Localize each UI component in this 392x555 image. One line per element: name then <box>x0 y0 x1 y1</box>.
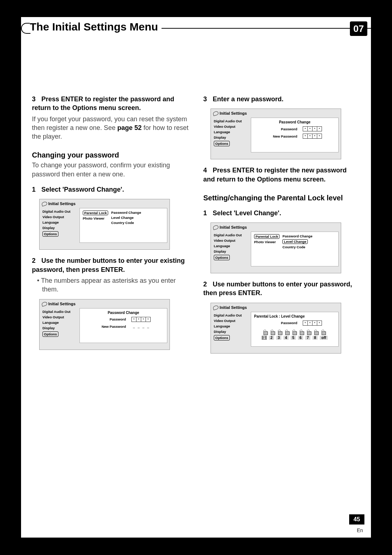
ui-sidebar: Digital Audio Out Video Output Language … <box>211 231 251 267</box>
step-2-left: 2Use the number buttons to enter your ex… <box>32 256 189 274</box>
sidebar-language: Language <box>42 220 77 225</box>
step-4-text: Press ENTER to register the new password… <box>203 167 347 183</box>
forgot-text: If you forget your password, you can res… <box>32 115 189 141</box>
right-column: 3Enter a new password. Initial Settings … <box>203 88 360 356</box>
pw-label: Password <box>96 317 126 321</box>
section-parental-lock: Setting/changing the Parental Lock level <box>203 194 360 202</box>
sidebar-item: Video Output <box>213 318 249 323</box>
pw-cells-empty <box>132 324 151 329</box>
chapter-title: The Initial Settings Menu <box>30 21 162 33</box>
level-2: 2 <box>269 336 274 340</box>
ui-title: Initial Settings <box>211 223 341 231</box>
sidebar-item: Language <box>213 129 249 135</box>
step-3-right: 3Enter a new password. <box>203 95 360 103</box>
ui-title: Initial Settings <box>211 303 341 311</box>
pw-header: Password Change <box>279 120 311 124</box>
menu-photo-viewer: Photo Viewer <box>254 240 279 244</box>
level-8: 8 <box>313 336 318 340</box>
sidebar-item: Digital Audio Out <box>213 313 249 318</box>
manual-page: The Initial Settings Menu 07 3Press ENTE… <box>21 17 371 538</box>
step-4-right: 4Press ENTER to register the new passwor… <box>203 166 360 184</box>
sidebar-item: Digital Audio Out <box>42 309 77 314</box>
menu-level-change: Level Change <box>111 216 141 220</box>
menu-parental-lock: Parental Lock <box>83 211 108 215</box>
newpw-label: New Password <box>96 325 126 328</box>
sidebar-options-selected: Options <box>42 231 58 237</box>
chapter-number: 07 <box>350 21 367 36</box>
change-desc: To change your password, confirm your ex… <box>32 161 189 179</box>
sidebar-digital-audio: Digital Audio Out <box>42 209 77 214</box>
sidebar-item: Language <box>213 323 249 329</box>
sidebar-item: Digital Audio Out <box>213 118 249 124</box>
sidebar-options-selected: Options <box>214 335 230 340</box>
sidebar-item: Video Output <box>213 124 249 129</box>
step-2r-text: Use number buttons to enter your passwor… <box>203 281 352 297</box>
bullet-asterisks: • The numbers appear as asterisks as you… <box>42 276 189 294</box>
ui-main: Parental Lock Photo Viewer Password Chan… <box>79 208 167 243</box>
sidebar-item: Display <box>213 329 249 334</box>
menu-password-change: Password Change <box>282 234 312 238</box>
ui-enter-new-password: Initial Settings Digital Audio Out Video… <box>211 109 341 159</box>
page-ref: page 52 <box>117 124 142 131</box>
step-2-right: 2Use number buttons to enter your passwo… <box>203 280 360 298</box>
sidebar-options-selected: Options <box>214 141 230 146</box>
sidebar-item: Video Output <box>42 314 77 320</box>
menu-level-change-selected: Level Change <box>282 239 308 244</box>
pw-cells: **** <box>303 126 322 131</box>
sidebar-item: Display <box>42 325 77 331</box>
ui-title: Initial Settings <box>40 299 170 307</box>
step-1-right: 1Select 'Level Change'. <box>203 209 360 217</box>
pw-cells: **** <box>303 134 322 139</box>
ui-level-change-menu: Initial Settings Digital Audio Out Video… <box>211 223 341 273</box>
step-3-text: Press ENTER to register the password and… <box>32 95 174 111</box>
sidebar-item: Video Output <box>213 238 249 243</box>
chapter-header: The Initial Settings Menu 07 <box>21 17 371 37</box>
sidebar-options-selected: Options <box>214 255 230 260</box>
ui-sidebar: Digital Audio Out Video Output Language … <box>211 117 251 153</box>
sidebar-options-selected: Options <box>42 331 58 337</box>
bullet-text: The numbers appear as asterisks as you e… <box>41 277 176 293</box>
ui-sidebar: Digital Audio Out Video Output Language … <box>211 311 251 347</box>
newpw-label: New Password <box>268 134 297 138</box>
page-number: 45 <box>349 514 364 525</box>
content-columns: 3Press ENTER to register the password an… <box>21 37 371 356</box>
pw-cells-filled: **** <box>132 317 151 322</box>
menu-parental-lock: Parental Lock <box>254 234 279 239</box>
step-3-left: 3Press ENTER to register the password an… <box>32 95 189 113</box>
level-header: Parental Lock : Level Change <box>254 314 335 318</box>
section-changing-password: Changing your password <box>32 151 189 159</box>
sidebar-item: Display <box>213 249 249 254</box>
level-off: off <box>320 336 328 340</box>
level-3: 3 <box>276 336 281 340</box>
step-2-text: Use the number buttons to enter your exi… <box>32 257 185 273</box>
step-3r-text: Enter a new password. <box>213 95 283 103</box>
sidebar-item: Display <box>213 135 249 140</box>
sidebar-item: Language <box>213 243 249 249</box>
header-pill <box>21 23 30 34</box>
level-7: 7 <box>305 336 310 340</box>
pw-label: Password <box>268 321 297 325</box>
level-4: 4 <box>283 336 289 340</box>
pw-label: Password <box>268 127 297 131</box>
level-6: 6 <box>298 336 303 340</box>
step-1r-text: Select 'Level Change'. <box>213 209 281 217</box>
ui-main: Password Change Password **** New Passwo… <box>79 308 167 343</box>
level-1: 1 <box>262 336 267 340</box>
ui-main: Parental Lock : Level Change Password **… <box>251 312 339 347</box>
ui-sidebar: Digital Audio Out Video Output Language … <box>40 207 79 244</box>
sidebar-item: Digital Audio Out <box>213 232 249 238</box>
ui-title: Initial Settings <box>211 109 341 117</box>
level-5: 5 <box>291 336 296 340</box>
pw-header: Password Change <box>108 311 139 315</box>
menu-photo-viewer: Photo Viewer <box>83 216 108 220</box>
ui-enter-existing-password: Initial Settings Digital Audio Out Video… <box>39 299 170 350</box>
ui-password-change-menu: Initial Settings Digital Audio Out Video… <box>39 199 170 250</box>
pw-cells: **** <box>303 321 322 326</box>
ui-title: Initial Settings <box>40 199 170 207</box>
step-1-text: Select 'Password Change'. <box>41 186 124 193</box>
page-language: En <box>357 527 363 533</box>
sidebar-item: Language <box>42 320 77 325</box>
ui-level-change-password: Initial Settings Digital Audio Out Video… <box>211 303 341 354</box>
sidebar-video-output: Video Output <box>42 214 77 220</box>
menu-password-change: Password Change <box>111 211 141 215</box>
